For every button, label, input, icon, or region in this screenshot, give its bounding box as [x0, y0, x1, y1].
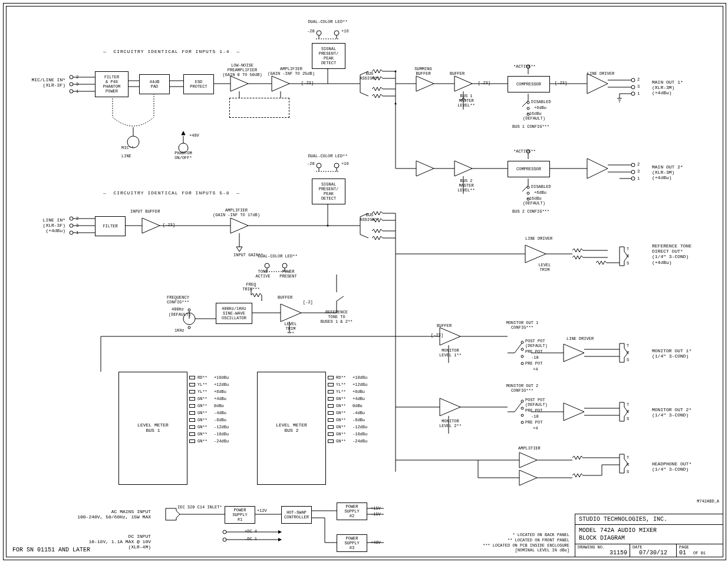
meter-led-row: GN**-24dBu [189, 439, 229, 444]
svg-point-108 [521, 341, 523, 343]
active-2: *ACTIVE** [513, 149, 536, 154]
line-sw-label: LINE [121, 154, 131, 158]
meter-led-row: GN**-8dBu [328, 418, 367, 422]
trs-t-m2: T [627, 402, 629, 407]
mon2-m10: -10 [531, 414, 539, 419]
svg-point-45 [631, 92, 635, 95]
mon2-pre: PRE POT [525, 408, 542, 413]
svg-point-64 [70, 224, 73, 227]
meter-led-row: GN**-8dBu [189, 418, 229, 422]
mon-lvl-1: MONITOR LEVEL 1** [439, 348, 462, 358]
default2: (DEFAULT) [169, 312, 191, 317]
phantom-onoff: PHANTOM ON/OFF* [169, 151, 198, 160]
summing-buffer-label: SUMMING BUFFER [409, 67, 438, 76]
pin2-m1: 2 [637, 77, 640, 82]
trs-s-m2: S [627, 416, 629, 421]
freq-trim: FREQ TRIM*** [242, 282, 260, 292]
svg-point-120 [521, 400, 523, 402]
block-filter-2: FILTER [95, 216, 126, 236]
bus1-master: BUS 1 MASTER LEVEL** [454, 94, 478, 108]
title-block: STUDIO TECHNOLOGIES, INC. MODEL 742A AUD… [575, 514, 723, 557]
block-ps1: POWER SUPPLY #1 [225, 506, 255, 524]
svg-point-61 [631, 170, 635, 174]
line-driver-1: LINE DRIVER [587, 71, 614, 76]
block-detect-2: SIGNAL PRESENT/ PEAK DETECT [312, 178, 345, 204]
bus2-config: BUS 2 CONFIG*** [512, 209, 549, 214]
active-1: *ACTIVE** [513, 64, 536, 69]
svg-point-122 [521, 414, 523, 416]
pin1-m2: 1 [637, 176, 640, 181]
meter-led-row: YL**+8dBu [328, 389, 367, 394]
p6-2: +6dBu [534, 190, 546, 195]
p16-2: +16dBu(DEFAULT) [522, 196, 546, 206]
svg-point-60 [631, 163, 635, 167]
meter-led-row: GN**-12dBu [189, 425, 229, 429]
p48v-out: +48V [371, 540, 381, 545]
dual-led-1: DUAL-COLOR LED** [301, 19, 354, 24]
lvl-23d: [-23] [163, 223, 175, 227]
svg-point-109 [521, 348, 523, 351]
mon1-config: MONITOR OUT 1 CONFIG*** [502, 320, 543, 330]
input-buffer-label: INPUT BUFFER [130, 209, 160, 214]
meter2-scale: RD**+18dBuYL**+12dBuYL**+8dBuGN**+4dBuGN… [328, 375, 367, 446]
p16-1: +16dBu(DEFAULT) [522, 111, 546, 121]
hz400: 400Hz [172, 307, 184, 312]
block-compressor-1: COMPRESSOR [508, 76, 550, 92]
m15v: -15V [371, 512, 381, 517]
svg-point-62 [631, 177, 635, 180]
mon-lvl-2: MONITOR LEVEL 2** [439, 419, 462, 428]
lvl-m2: [-2] [303, 300, 313, 305]
pin2-li: 2 [76, 216, 78, 221]
reftone-to-buses: REFERENCE TONE TO BUSES 1 & 2** [319, 310, 354, 324]
svg-point-91 [265, 263, 269, 268]
svg-point-97 [188, 309, 190, 311]
trs-s-hp: S [627, 470, 629, 474]
mon1-pre: PRE POT [525, 349, 542, 354]
mon2-config: MONITOR OUT 2 CONFIG*** [502, 384, 543, 393]
pin3-li: 3 [76, 223, 78, 228]
block-44db-pad: 44dB PAD [139, 74, 170, 94]
block-level-meter-2: LEVEL METER BUS 2 [257, 372, 326, 485]
mon2-pre2: PRE POT [525, 420, 542, 425]
dc4: +DC 4 [245, 529, 257, 534]
meter-led-row: YL**+12dBu [189, 382, 229, 387]
meter-led-row: RD**+18dBu [328, 375, 367, 380]
bus-assign-1: BUS ASSIGN** [358, 71, 381, 81]
svg-point-111 [521, 362, 523, 365]
lvl-23a: [-23] [301, 81, 314, 85]
trs-s-ref: S [627, 261, 629, 266]
block-esd: ESD PROTECT [183, 74, 214, 94]
dual-led-2: DUAL-COLOR LED** [301, 154, 354, 158]
svg-point-44 [631, 85, 635, 89]
svg-point-110 [521, 355, 523, 358]
pin-1: 1 [76, 89, 78, 94]
svg-point-151 [223, 538, 226, 541]
line-driver-ref: LINE DRIVER [525, 236, 552, 241]
svg-point-43 [631, 78, 635, 82]
doc-id: M742ABD_A [697, 499, 719, 504]
meter1-title: LEVEL METER BUS 1 [119, 422, 187, 433]
svg-point-3 [70, 90, 73, 93]
legend: * LOCATED ON BACK PANEL ** LOCATED ON FR… [452, 533, 569, 553]
bus1-config: BUS 1 CONFIG*** [512, 124, 549, 129]
drawing-title: MODEL 742A AUDIO MIXERBLOCK DIAGRAM [575, 525, 723, 544]
led-m20-1: -20 [307, 29, 315, 34]
meter-led-row: GN**0dBu [189, 404, 229, 408]
meter-led-row: GN**0dBu [328, 404, 367, 408]
svg-point-74 [317, 163, 321, 168]
line-driver-mon1: LINE DRIVER [566, 336, 594, 341]
svg-point-2 [70, 82, 73, 86]
section-inputs-1-4: — CIRCUITRY IDENTICAL FOR INPUTS 1-4 — [83, 49, 260, 54]
gain-group-dash [229, 98, 289, 118]
hp-out: HEADPHONE OUT*(1/4" 3-COND) [652, 461, 691, 472]
svg-point-92 [282, 263, 287, 268]
hz1k: 1KHz [174, 328, 185, 333]
block-hotswap: HOT-SWAP CONTROLLER [281, 506, 312, 524]
p6-1: +6dBu [534, 105, 546, 110]
block-ps3: POWER SUPPLY #3 [337, 534, 367, 552]
main-out-2: MAIN OUT 2*(XLR-3M)(+4dBu) [652, 164, 683, 181]
meter-led-row: YL**+8dBu [189, 389, 229, 394]
bus-assign-2: BUS ASSIGN** [358, 213, 381, 222]
led-m20-2: -20 [307, 161, 315, 166]
block-filter-p48: FILTER & P48 PHANTOM POWER [95, 71, 129, 97]
